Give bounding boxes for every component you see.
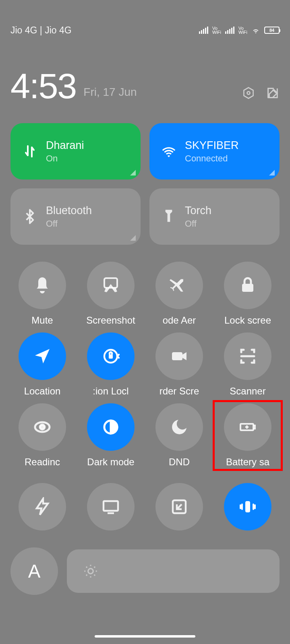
torch-tile[interactable]: Torch Off — [149, 188, 280, 245]
mute-label: Mute — [31, 315, 53, 326]
wifi-icon — [160, 143, 178, 159]
data-arrows-icon — [21, 143, 39, 159]
torch-icon — [160, 208, 178, 225]
svg-marker-0 — [244, 88, 253, 99]
header-row: 4:53 Fri, 17 Jun — [0, 68, 290, 104]
clock-date: Fri, 17 Jun — [83, 86, 234, 104]
bluetooth-tile[interactable]: Bluetooth Off — [10, 188, 141, 245]
vibrate-toggle[interactable] — [224, 483, 271, 530]
svg-rect-3 — [242, 284, 253, 292]
location-toggle[interactable] — [19, 332, 66, 380]
airplane-label: ode Aer — [163, 315, 196, 326]
rotation-label: :ion Locl — [93, 386, 128, 397]
status-icons: VoWiFi VoWiFi 84 — [199, 26, 280, 35]
lock-screen-label: Lock scree — [224, 315, 271, 326]
edit-icon[interactable] — [266, 86, 280, 101]
nav-handle[interactable] — [95, 635, 195, 638]
signal-bars-icon — [225, 27, 234, 34]
mobile-data-tile[interactable]: Dharani On — [10, 123, 141, 180]
svg-rect-11 — [104, 501, 118, 511]
battery-icon: 84 — [264, 27, 280, 34]
wifi-tile-sub: Connected — [185, 153, 269, 164]
screenshot-label: Screenshot — [86, 315, 135, 326]
mute-toggle[interactable] — [19, 262, 66, 309]
battery-label: Battery sa — [226, 456, 269, 468]
dnd-label: DND — [169, 456, 190, 468]
wifi-icon — [251, 26, 260, 35]
svg-point-8 — [40, 425, 45, 429]
signal-bars-icon — [199, 27, 208, 34]
location-label: Location — [24, 386, 61, 397]
rotation-lock-toggle[interactable] — [87, 332, 135, 380]
vowifi-icon: VoWiFi — [238, 26, 247, 34]
scanner-toggle[interactable] — [224, 332, 271, 380]
reading-label: Readinc — [25, 456, 60, 468]
auto-brightness-toggle[interactable]: A — [10, 547, 58, 595]
bt-tile-title: Bluetooth — [46, 204, 130, 217]
expand-corner-icon — [269, 170, 275, 175]
svg-rect-5 — [109, 355, 113, 359]
torch-tile-title: Torch — [185, 204, 269, 217]
wifi-tile[interactable]: SKYFIBER Connected — [149, 123, 280, 180]
svg-rect-10 — [240, 424, 253, 430]
vowifi-icon: VoWiFi — [212, 26, 221, 34]
airplane-toggle[interactable] — [155, 262, 203, 309]
svg-rect-6 — [172, 352, 182, 360]
data-tile-sub: On — [46, 153, 130, 164]
svg-rect-13 — [245, 501, 250, 512]
data-tile-title: Dharani — [46, 139, 130, 152]
brightness-slider[interactable] — [67, 549, 280, 593]
scanner-label: Scanner — [230, 386, 265, 397]
dark-mode-toggle[interactable] — [87, 403, 135, 451]
svg-point-14 — [88, 569, 93, 574]
screen-record-toggle[interactable] — [155, 332, 203, 380]
status-bar: Jio 4G | Jio 4G VoWiFi VoWiFi 84 — [0, 0, 290, 56]
performance-toggle[interactable] — [19, 483, 66, 530]
torch-tile-sub: Off — [185, 219, 269, 229]
expand-corner-icon — [130, 170, 136, 175]
record-label: rder Scre — [160, 386, 199, 397]
floating-window-toggle[interactable] — [155, 483, 203, 530]
expand-corner-icon — [130, 235, 136, 241]
battery-value: 84 — [269, 28, 274, 33]
settings-icon[interactable] — [242, 86, 255, 101]
wifi-tile-title: SKYFIBER — [185, 139, 269, 152]
bluetooth-icon — [21, 208, 39, 225]
carrier-label: Jio 4G | Jio 4G — [10, 25, 72, 36]
screenshot-toggle[interactable] — [87, 262, 135, 309]
cast-toggle[interactable] — [87, 483, 135, 530]
bt-tile-sub: Off — [46, 219, 130, 229]
darkmode-label: Dark mode — [87, 456, 134, 468]
lock-screen-toggle[interactable] — [224, 262, 271, 309]
battery-saver-toggle[interactable] — [224, 403, 271, 451]
reading-mode-toggle[interactable] — [19, 403, 66, 451]
clock-time: 4:53 — [10, 68, 76, 104]
dnd-toggle[interactable] — [155, 403, 203, 451]
svg-point-1 — [247, 91, 250, 94]
